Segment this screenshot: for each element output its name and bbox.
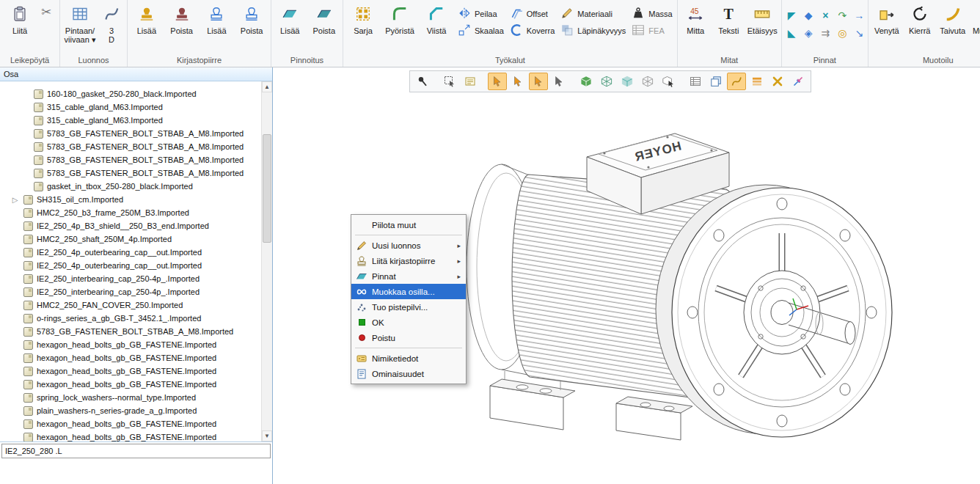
transparent-mode-icon[interactable] xyxy=(618,73,637,90)
select-face-icon[interactable] xyxy=(529,73,548,90)
expand-chevron-icon[interactable]: ▷ xyxy=(10,196,20,204)
select-edge-icon[interactable] xyxy=(508,73,527,90)
tree-item[interactable]: 315_cable_gland_M63.Imported xyxy=(0,114,261,127)
tree-item[interactable]: hexagon_head_bolts_gb_GB_FASTENE.Importe… xyxy=(0,430,261,441)
shape-button[interactable]: Muotoile xyxy=(970,1,980,47)
tree-item[interactable]: HMC2_250_FAN_COVER_250.Imported xyxy=(0,298,261,312)
tree-item-expandable[interactable]: ▷SH315_oil_cm.Imported xyxy=(0,193,261,206)
tree-item[interactable]: HMC2_250_shaft_250M_4p.Imported xyxy=(0,232,261,246)
tree-item[interactable]: hexagon_head_bolts_gb_GB_FASTENE.Importe… xyxy=(0,378,261,391)
menu-item-new-sketch[interactable]: Uusi luonnos ▸ xyxy=(351,238,466,253)
tree-item[interactable]: HMC2_250_b3_frame_250M_B3.Imported xyxy=(0,206,261,219)
layers-icon[interactable] xyxy=(706,73,725,90)
library-add-button[interactable]: Lisää xyxy=(130,1,164,47)
pick-part-icon[interactable] xyxy=(659,73,678,90)
scroll-down-arrow[interactable]: ▼ xyxy=(262,430,272,441)
pattern-button[interactable]: Sarja xyxy=(345,1,381,47)
tree-item[interactable]: plain_washers-n_series-grade_a_g.Importe… xyxy=(0,404,261,417)
tree-item[interactable]: IE2_250_interbearing_cap_250-4p_.Importe… xyxy=(0,272,261,285)
menu-item-properties[interactable]: Ominaisuudet xyxy=(351,366,466,381)
tree-item[interactable]: 5783_GB_FASTENER_BOLT_STBAB_A_M8.Importe… xyxy=(0,325,261,338)
feature-table-icon[interactable] xyxy=(686,73,705,90)
menu-item-ok[interactable]: OK xyxy=(351,315,466,330)
wireframe-mode-icon[interactable] xyxy=(597,73,616,90)
text-button[interactable]: T Teksti xyxy=(713,1,745,47)
bend-button[interactable]: Taivuta xyxy=(937,1,969,47)
face-tool-button[interactable]: ◤ xyxy=(784,7,800,23)
menu-item-point-cloud[interactable]: Tuo pistepilvi... xyxy=(351,299,466,315)
tree-scrollbar[interactable]: ▲ ▼ xyxy=(261,81,272,441)
distance-button[interactable]: Etäisyys xyxy=(746,1,779,47)
menu-item-faces[interactable]: Pinnat ▸ xyxy=(351,268,466,284)
library-remove-button[interactable]: Poista xyxy=(165,1,199,47)
tree-item[interactable]: IE2_250_4p_B3_shield__250_B3_end.Importe… xyxy=(0,219,261,232)
scroll-thumb[interactable] xyxy=(263,134,271,243)
offset-button[interactable]: Offset xyxy=(508,5,557,22)
menu-item-paste-library[interactable]: Liitä kirjastopiirre ▸ xyxy=(351,253,466,268)
shaded-mode-icon[interactable] xyxy=(577,73,596,90)
library-add-outline-button[interactable]: Lisää xyxy=(200,1,234,47)
tree-item[interactable]: 5783_GB_FASTENER_BOLT_STBAB_A_M8.Importe… xyxy=(0,140,261,153)
coating-remove-button[interactable]: Poista xyxy=(308,1,341,47)
twist-button[interactable]: Kierrä xyxy=(904,1,935,47)
tree-item[interactable]: hexagon_head_bolts_gb_GB_FASTENE.Importe… xyxy=(0,364,261,378)
face-tool-button[interactable]: × xyxy=(818,7,833,23)
tree-item[interactable]: 5783_GB_FASTENER_BOLT_STBAB_A_M8.Importe… xyxy=(0,166,261,180)
face-tool-button[interactable]: ↷ xyxy=(835,7,850,23)
drawing-sheet-icon[interactable] xyxy=(461,73,480,90)
tree-item[interactable]: hexagon_head_bolts_gb_GB_FASTENE.Importe… xyxy=(0,417,261,430)
scroll-up-arrow[interactable]: ▲ xyxy=(262,81,272,92)
menu-item-exit[interactable]: Poistu xyxy=(351,330,466,345)
hollow-button[interactable]: Koverra xyxy=(508,22,557,39)
pin-icon[interactable] xyxy=(413,73,432,90)
coating-add-button[interactable]: Lisää xyxy=(274,1,307,47)
cut-button[interactable]: ✂ xyxy=(39,1,54,22)
face-tool-button[interactable]: ◣ xyxy=(784,25,800,41)
face-tool-button[interactable]: ⇉ xyxy=(818,25,833,41)
tree-item[interactable]: IE2_250_4p_outerbearing_cap__out.Importe… xyxy=(0,259,261,272)
scale-button[interactable]: Skaalaa xyxy=(456,22,506,39)
fillet-button[interactable]: Pyöristä xyxy=(382,1,417,47)
stretch-button[interactable]: Venytä xyxy=(871,1,903,47)
dimension-button[interactable]: Mitta xyxy=(680,1,712,47)
delete-mark-icon[interactable] xyxy=(768,73,787,90)
sketch-on-face-button[interactable]: Pintaan/ viivaan ▾ xyxy=(62,1,98,47)
face-tool-button[interactable]: ◈ xyxy=(801,25,816,41)
tree-item[interactable]: hexagon_head_bolts_gb_GB_FASTENE.Importe… xyxy=(0,351,261,364)
face-tool-button[interactable]: ◆ xyxy=(801,7,816,23)
paste-button[interactable]: Liitä xyxy=(2,1,37,47)
material-button[interactable]: Materiaali xyxy=(558,5,628,22)
select-vertex-icon[interactable] xyxy=(488,73,507,90)
sketch-curve-icon[interactable] xyxy=(727,73,746,90)
hiddenline-mode-icon[interactable] xyxy=(638,73,657,90)
tree-item[interactable]: 5783_GB_FASTENER_BOLT_STBAB_A_M8.Importe… xyxy=(0,153,261,166)
tree-item[interactable]: 315_cable_gland_M63.Imported xyxy=(0,100,261,114)
fea-button[interactable]: FEA xyxy=(629,22,674,39)
mass-button[interactable]: Massa xyxy=(629,5,674,22)
face-tool-button[interactable]: → xyxy=(852,7,867,23)
tree-item[interactable]: 5783_GB_FASTENER_BOLT_STBAB_A_M8.Importe… xyxy=(0,127,261,140)
tree-item[interactable]: gasket_in_tbox_250-280_black.Imported xyxy=(0,180,261,193)
model-viewport[interactable]: HOYER xyxy=(273,67,980,484)
tree-item[interactable]: o-rings_series_a_gb_GB-T_3452.1_.Importe… xyxy=(0,312,261,325)
swap-arrows-icon[interactable] xyxy=(789,73,808,90)
chamfer-button[interactable]: Viistä xyxy=(419,1,454,47)
mirror-button[interactable]: Peilaa xyxy=(456,5,506,22)
section-list-icon[interactable] xyxy=(747,73,767,90)
tree-item[interactable]: hexagon_head_bolts_gb_GB_FASTENE.Importe… xyxy=(0,338,261,351)
face-tool-button[interactable]: ↘ xyxy=(852,25,867,41)
select-annotations-icon[interactable] xyxy=(440,73,459,90)
tree-item[interactable]: IE2_250_4p_outerbearing_cap__out.Importe… xyxy=(0,246,261,259)
menu-item-item-info[interactable]: Nimiketiedot xyxy=(351,351,466,366)
library-remove-outline-button[interactable]: Poista xyxy=(235,1,268,47)
face-tool-button[interactable]: ◎ xyxy=(835,25,850,41)
menu-item-edit-with-parts[interactable]: Muokkaa osilla... xyxy=(351,284,466,299)
select-body-icon[interactable] xyxy=(549,73,568,90)
part-name-field[interactable] xyxy=(1,444,271,458)
menu-item-hide-others[interactable]: Piilota muut xyxy=(351,217,466,232)
sketch-3d-button[interactable]: 3 D xyxy=(99,1,124,47)
tree-item[interactable]: 160-180_gasket_250-280_black.Imported xyxy=(0,87,261,100)
transparency-button[interactable]: Läpinäkyvyys xyxy=(558,22,628,39)
tree-item[interactable]: spring_lock_washers--normal_type.Importe… xyxy=(0,391,261,404)
tree-item[interactable]: IE2_250_interbearing_cap_250-4p_.Importe… xyxy=(0,285,261,298)
